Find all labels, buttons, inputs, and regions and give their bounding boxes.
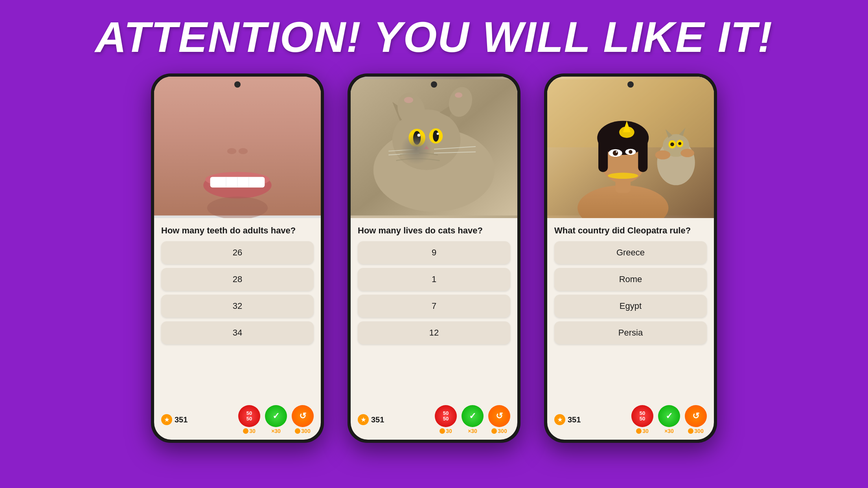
- powerup-fifty-1: 5050 30: [238, 405, 260, 434]
- fifty-button-2[interactable]: 5050: [435, 405, 457, 427]
- svg-point-42: [629, 150, 633, 154]
- fifty-cost-1: 30: [243, 428, 256, 434]
- phones-container: How many teeth do adults have? 26 28 32 …: [0, 73, 868, 443]
- svg-point-28: [404, 97, 413, 103]
- phone-2-camera: [431, 81, 437, 88]
- check-button-1[interactable]: ✓: [265, 405, 287, 427]
- cat-image: [351, 77, 517, 218]
- lightning-button-3[interactable]: ↺: [685, 405, 707, 427]
- svg-point-19: [433, 130, 439, 142]
- phone-1-answer-4[interactable]: 34: [161, 321, 314, 344]
- phone-1-coins: ★ 351: [161, 414, 188, 425]
- phone-1-footer: ★ 351 5050 30: [154, 403, 321, 440]
- svg-rect-37: [638, 138, 647, 172]
- phone-3-answer-1[interactable]: Greece: [554, 241, 707, 264]
- fifty-button-3[interactable]: 5050: [631, 405, 653, 427]
- fifty-cost-3: 30: [636, 428, 649, 434]
- phone-3-question: What country did Cleopatra rule?: [554, 225, 707, 237]
- svg-point-8: [239, 148, 248, 154]
- cleopatra-image: [547, 77, 714, 218]
- svg-point-7: [227, 148, 236, 154]
- phone-2-wrapper: How many lives do cats have? 9 1 7 12 ★ …: [348, 73, 520, 443]
- phone-3-answer-4[interactable]: Persia: [554, 321, 707, 344]
- powerup-check-1: ✓ ×30: [265, 405, 287, 434]
- svg-point-29: [455, 92, 462, 97]
- phone-3-camera: [627, 81, 634, 88]
- smile-image: [154, 77, 321, 218]
- lightning-cost-2: 300: [491, 428, 507, 434]
- phone-2-answer-3[interactable]: 7: [358, 295, 510, 317]
- phone-2-answer-4[interactable]: 12: [358, 321, 510, 344]
- powerup-lightning-3: ↺ 300: [685, 405, 707, 434]
- svg-point-20: [437, 132, 439, 135]
- fifty-button-1[interactable]: 5050: [238, 405, 260, 427]
- phone-3-image: [547, 77, 714, 218]
- coin-icon-3: ★: [554, 414, 565, 425]
- phone-1-image: [154, 77, 321, 218]
- phone-3-answer-2[interactable]: Rome: [554, 268, 707, 291]
- svg-marker-21: [424, 145, 429, 149]
- powerup-check-3: ✓ ×30: [658, 405, 680, 434]
- phone-3-powerups: 5050 30 ✓ ×30: [631, 405, 707, 434]
- svg-point-40: [616, 151, 617, 153]
- svg-rect-36: [598, 138, 608, 172]
- page-title: ATTENTION! YOU WILL LIKE IT!: [95, 12, 773, 62]
- svg-point-16: [413, 131, 421, 145]
- svg-point-52: [670, 142, 674, 146]
- phone-1-answer-1[interactable]: 26: [161, 241, 314, 264]
- coin-icon-2: ★: [358, 414, 369, 425]
- check-cost-3: ×30: [664, 428, 674, 434]
- phone-2-content: How many lives do cats have? 9 1 7 12: [351, 218, 517, 403]
- check-button-2[interactable]: ✓: [462, 405, 484, 427]
- phone-2-answer-1[interactable]: 9: [358, 241, 510, 264]
- powerup-fifty-3: 5050 30: [631, 405, 653, 434]
- phone-3-coins: ★ 351: [554, 414, 581, 425]
- coin-icon-1: ★: [161, 414, 172, 425]
- coin-count-2: 351: [371, 415, 384, 424]
- phone-1-wrapper: How many teeth do adults have? 26 28 32 …: [151, 73, 324, 443]
- phone-2-footer: ★ 351 5050 30: [351, 403, 517, 440]
- phone-3-wrapper: What country did Cleopatra rule? Greece …: [544, 73, 717, 443]
- svg-point-39: [613, 150, 618, 156]
- phone-2-answer-2[interactable]: 1: [358, 268, 510, 291]
- powerup-lightning-2: ↺ 300: [488, 405, 510, 434]
- phone-1: How many teeth do adults have? 26 28 32 …: [151, 73, 324, 443]
- phone-1-content: How many teeth do adults have? 26 28 32 …: [154, 218, 321, 403]
- lightning-cost-3: 300: [688, 428, 703, 434]
- check-cost-1: ×30: [271, 428, 281, 434]
- phone-2-image: [351, 77, 517, 218]
- check-button-3[interactable]: ✓: [658, 405, 680, 427]
- svg-point-53: [678, 142, 681, 145]
- phone-3-footer: ★ 351 5050 30: [547, 403, 714, 440]
- phone-2-question: How many lives do cats have?: [358, 225, 510, 237]
- phone-1-answer-2[interactable]: 28: [161, 268, 314, 291]
- phone-1-camera: [234, 81, 241, 88]
- svg-point-55: [680, 149, 694, 157]
- phone-2-powerups: 5050 30 ✓ ×30: [435, 405, 510, 434]
- powerup-lightning-1: ↺ 300: [292, 405, 314, 434]
- check-cost-2: ×30: [468, 428, 477, 434]
- phone-3: What country did Cleopatra rule? Greece …: [544, 73, 717, 443]
- svg-point-45: [608, 173, 638, 179]
- phone-2: How many lives do cats have? 9 1 7 12 ★ …: [348, 73, 520, 443]
- phone-3-answer-3[interactable]: Egypt: [554, 295, 707, 317]
- phone-3-content: What country did Cleopatra rule? Greece …: [547, 218, 714, 403]
- phone-1-question: How many teeth do adults have?: [161, 225, 314, 237]
- coin-count-3: 351: [568, 415, 581, 424]
- powerup-fifty-2: 5050 30: [435, 405, 457, 434]
- powerup-check-2: ✓ ×30: [462, 405, 484, 434]
- svg-point-54: [655, 150, 671, 160]
- coin-count-1: 351: [175, 415, 188, 424]
- phone-2-coins: ★ 351: [358, 414, 384, 425]
- lightning-cost-1: 300: [295, 428, 310, 434]
- svg-point-17: [417, 134, 421, 137]
- lightning-button-2[interactable]: ↺: [488, 405, 510, 427]
- lightning-button-1[interactable]: ↺: [292, 405, 314, 427]
- fifty-cost-2: 30: [440, 428, 452, 434]
- phone-1-powerups: 5050 30 ✓ ×30: [238, 405, 314, 434]
- phone-1-answer-3[interactable]: 32: [161, 295, 314, 317]
